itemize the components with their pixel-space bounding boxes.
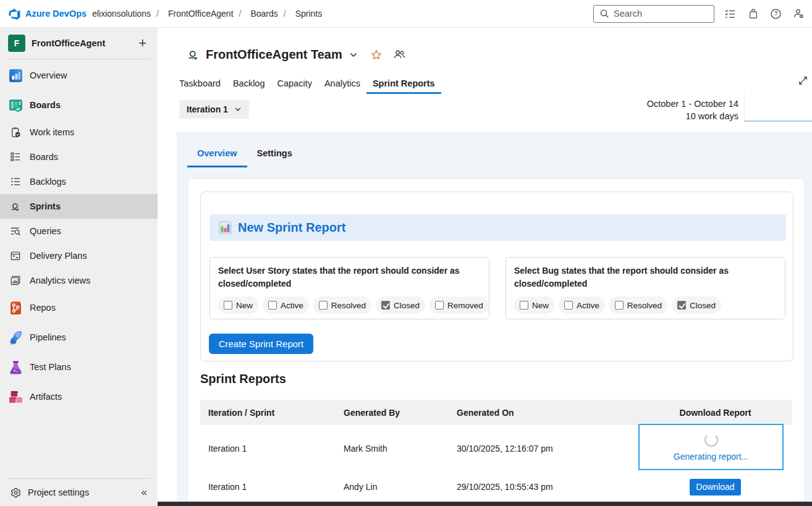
test-plans-icon bbox=[7, 359, 23, 375]
tab-sprint-reports[interactable]: Sprint Reports bbox=[366, 75, 441, 94]
azure-devops-logo-icon[interactable] bbox=[9, 8, 20, 20]
breadcrumb-org[interactable]: elixionsolutions bbox=[92, 9, 151, 19]
state-option-resolved[interactable]: Resolved bbox=[313, 297, 371, 314]
report-tabs: Overview Settings bbox=[187, 143, 302, 167]
checkbox[interactable] bbox=[319, 301, 328, 310]
sidebar: F FrontOfficeAgent + Overview Boards Wor… bbox=[0, 28, 158, 506]
chevron-down-icon[interactable] bbox=[349, 51, 358, 59]
column-generated-on: Generated On bbox=[457, 408, 638, 418]
generating-label: Generating report... bbox=[674, 452, 748, 462]
sidebar-item-repos[interactable]: Repos bbox=[0, 293, 158, 323]
team-icon[interactable] bbox=[394, 49, 405, 61]
state-option-new[interactable]: New bbox=[218, 297, 258, 314]
state-option-active[interactable]: Active bbox=[559, 297, 605, 314]
analytics-views-icon bbox=[10, 275, 21, 286]
repos-icon bbox=[7, 300, 23, 316]
checkbox[interactable] bbox=[520, 301, 528, 310]
tab-settings[interactable]: Settings bbox=[247, 143, 302, 167]
state-option-closed[interactable]: Closed bbox=[672, 297, 721, 314]
delivery-plans-icon bbox=[10, 250, 21, 261]
panel-heading: Select Bug states that the report should… bbox=[514, 264, 774, 290]
sidebar-item-pipelines[interactable]: Pipelines bbox=[0, 323, 158, 352]
checkbox[interactable] bbox=[268, 301, 277, 310]
boards-hub-icon bbox=[7, 97, 23, 113]
tab-overview[interactable]: Overview bbox=[187, 143, 247, 167]
search-input[interactable] bbox=[614, 9, 700, 19]
work-items-icon bbox=[10, 127, 21, 138]
state-option-active[interactable]: Active bbox=[263, 297, 309, 314]
user-gear-icon[interactable] bbox=[793, 9, 804, 19]
checkbox[interactable] bbox=[564, 301, 573, 310]
search-box[interactable] bbox=[593, 5, 714, 23]
boards-icon bbox=[10, 151, 21, 162]
sprint-reports-heading: Sprint Reports bbox=[200, 372, 286, 386]
project-avatar: F bbox=[8, 35, 25, 52]
team-header: FrontOfficeAgent Team bbox=[187, 48, 405, 62]
breadcrumb-project[interactable]: FrontOfficeAgent bbox=[168, 9, 234, 19]
state-option-removed[interactable]: Removed bbox=[429, 297, 489, 314]
sidebar-item-delivery-plans[interactable]: Delivery Plans bbox=[0, 243, 158, 268]
sidebar-item-backlogs[interactable]: Backlogs bbox=[0, 169, 158, 194]
checklist-icon[interactable] bbox=[725, 9, 735, 19]
gear-icon bbox=[11, 487, 21, 498]
team-title[interactable]: FrontOfficeAgent Team bbox=[206, 48, 342, 62]
checkbox-checked[interactable] bbox=[677, 301, 686, 310]
bag-icon[interactable] bbox=[748, 9, 758, 19]
tab-backlog[interactable]: Backlog bbox=[227, 75, 271, 94]
breadcrumb-boards[interactable]: Boards bbox=[250, 9, 277, 19]
sidebar-item-analytics-views[interactable]: Analytics views bbox=[0, 268, 158, 293]
sidebar-item-artifacts[interactable]: Artifacts bbox=[0, 382, 158, 411]
date-range: October 1 - October 14 bbox=[647, 98, 738, 110]
chart-icon bbox=[219, 221, 232, 234]
tab-taskboard[interactable]: Taskboard bbox=[173, 75, 227, 94]
project-settings-label: Project settings bbox=[28, 487, 142, 497]
table-row: Iteration 1 Andy Lin 29/10/2025, 10:55:4… bbox=[200, 472, 792, 502]
spinner-icon bbox=[704, 433, 718, 447]
expand-icon[interactable] bbox=[798, 76, 808, 88]
pipelines-icon bbox=[7, 329, 23, 345]
svg-text:?: ? bbox=[774, 11, 778, 17]
sprint-dates: October 1 - October 14 10 work days bbox=[647, 98, 738, 122]
star-icon[interactable] bbox=[371, 49, 382, 61]
download-button[interactable]: Download bbox=[690, 479, 741, 495]
sprint-icon bbox=[187, 49, 200, 61]
main-area: FrontOfficeAgent Team Taskboard Backlog … bbox=[158, 28, 812, 506]
checkbox[interactable] bbox=[615, 301, 624, 310]
state-option-new[interactable]: New bbox=[514, 297, 554, 314]
iteration-dropdown[interactable]: Iteration 1 bbox=[179, 100, 249, 119]
sidebar-item-queries[interactable]: Queries bbox=[0, 219, 158, 243]
checkbox[interactable] bbox=[224, 301, 232, 310]
breadcrumb-sprints[interactable]: Sprints bbox=[295, 9, 323, 19]
sidebar-item-overview[interactable]: Overview bbox=[0, 61, 158, 90]
sidebar-item-boards[interactable]: Boards bbox=[0, 145, 158, 169]
table-row: Iteration 1 Mark Smith 30/10/2025, 12:16… bbox=[200, 425, 792, 472]
project-settings[interactable]: Project settings « bbox=[0, 479, 158, 506]
sidebar-item-work-items[interactable]: Work items bbox=[0, 120, 158, 145]
state-option-resolved[interactable]: Resolved bbox=[609, 297, 667, 314]
create-sprint-report-button[interactable]: Create Sprint Report bbox=[209, 334, 313, 354]
brand-label[interactable]: Azure DevOps bbox=[25, 9, 87, 19]
panel-heading: Select User Story states that the report… bbox=[218, 264, 478, 290]
plus-icon[interactable]: + bbox=[138, 35, 146, 51]
tab-analytics[interactable]: Analytics bbox=[318, 75, 366, 94]
bug-states-panel: Select Bug states that the report should… bbox=[505, 257, 785, 319]
collapse-icon[interactable]: « bbox=[142, 486, 147, 499]
overview-icon bbox=[7, 67, 23, 83]
state-option-closed[interactable]: Closed bbox=[376, 297, 425, 314]
checkbox[interactable] bbox=[435, 301, 444, 310]
column-download-report: Download Report bbox=[638, 408, 792, 418]
chart-widget bbox=[744, 93, 812, 122]
column-iteration: Iteration / Sprint bbox=[200, 408, 344, 418]
sidebar-item-sprints[interactable]: Sprints bbox=[0, 194, 158, 219]
user-story-states-panel: Select User Story states that the report… bbox=[209, 257, 489, 319]
horizontal-scrollbar[interactable] bbox=[158, 502, 812, 506]
top-bar: Azure DevOps elixionsolutions / FrontOff… bbox=[0, 0, 812, 28]
project-header[interactable]: F FrontOfficeAgent + bbox=[0, 28, 158, 59]
queries-icon bbox=[10, 226, 21, 237]
sidebar-item-boards-hub[interactable]: Boards bbox=[0, 90, 158, 120]
tab-capacity[interactable]: Capacity bbox=[271, 75, 318, 94]
table-header: Iteration / Sprint Generated By Generate… bbox=[200, 400, 792, 425]
help-icon[interactable]: ? bbox=[771, 9, 781, 19]
checkbox-checked[interactable] bbox=[381, 301, 390, 310]
sidebar-item-test-plans[interactable]: Test Plans bbox=[0, 352, 158, 382]
